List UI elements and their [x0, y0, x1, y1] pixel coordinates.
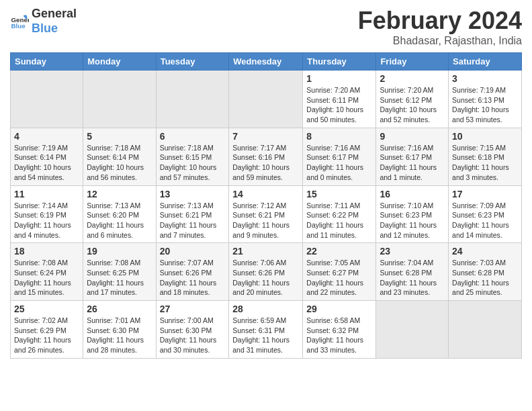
calendar-day-cell	[83, 71, 156, 128]
sunset-label: Sunset:	[87, 153, 111, 161]
daylight-label: Daylight:	[14, 163, 42, 171]
day-number: 15	[306, 189, 372, 199]
day-info: Sunrise: 6:58 AM Sunset: 6:32 PM Dayligh…	[306, 316, 372, 355]
sunset-label: Sunset:	[380, 269, 404, 277]
day-info: Sunrise: 7:15 AM Sunset: 6:18 PM Dayligh…	[452, 143, 518, 183]
day-number: 6	[160, 131, 226, 142]
sunrise-label: Sunrise:	[14, 144, 40, 152]
sunset-label: Sunset:	[160, 326, 184, 334]
day-info: Sunrise: 7:18 AM Sunset: 6:15 PM Dayligh…	[160, 143, 226, 183]
day-number: 17	[452, 189, 518, 199]
month-title: February 2024	[358, 7, 522, 35]
daylight-label: Daylight:	[452, 221, 480, 229]
daylight-label: Daylight:	[452, 105, 480, 113]
day-info: Sunrise: 7:20 AM Sunset: 6:11 PM Dayligh…	[306, 85, 372, 125]
weekday-header: Wednesday	[229, 53, 303, 71]
daylight-label: Daylight:	[232, 279, 260, 287]
calendar-day-cell: 3 Sunrise: 7:19 AM Sunset: 6:13 PM Dayli…	[449, 71, 522, 128]
sunrise-label: Sunrise:	[306, 86, 332, 94]
calendar-day-cell: 5 Sunrise: 7:18 AM Sunset: 6:14 PM Dayli…	[83, 128, 156, 185]
weekday-header: Saturday	[449, 53, 522, 71]
sunrise-label: Sunrise:	[160, 259, 186, 267]
svg-text:Blue: Blue	[11, 21, 26, 29]
calendar-day-cell: 27 Sunrise: 7:00 AM Sunset: 6:30 PM Dayl…	[156, 301, 229, 359]
day-number: 8	[306, 131, 372, 142]
daylight-label: Daylight:	[14, 336, 42, 344]
sunset-label: Sunset:	[87, 326, 111, 334]
sunrise-label: Sunrise:	[380, 144, 406, 152]
sunrise-label: Sunrise:	[232, 144, 259, 152]
day-number: 9	[380, 131, 445, 142]
day-info: Sunrise: 7:07 AM Sunset: 6:26 PM Dayligh…	[160, 258, 226, 298]
calendar-day-cell: 14 Sunrise: 7:12 AM Sunset: 6:21 PM Dayl…	[229, 185, 303, 243]
sunrise-label: Sunrise:	[306, 201, 332, 210]
calendar-day-cell: 6 Sunrise: 7:18 AM Sunset: 6:15 PM Dayli…	[156, 128, 229, 185]
day-info: Sunrise: 7:04 AM Sunset: 6:28 PM Dayligh…	[380, 258, 445, 298]
calendar-day-cell: 24 Sunrise: 7:03 AM Sunset: 6:28 PM Dayl…	[449, 243, 522, 301]
sunrise-label: Sunrise:	[380, 86, 406, 94]
weekday-header: Thursday	[303, 53, 376, 71]
sunset-label: Sunset:	[452, 269, 476, 277]
daylight-label: Daylight:	[380, 105, 407, 113]
daylight-label: Daylight:	[87, 279, 114, 287]
daylight-label: Daylight:	[306, 105, 334, 113]
day-number: 14	[232, 189, 299, 199]
calendar-day-cell: 1 Sunrise: 7:20 AM Sunset: 6:11 PM Dayli…	[303, 71, 376, 128]
sunrise-label: Sunrise:	[232, 259, 259, 267]
day-number: 16	[380, 189, 445, 199]
sunset-label: Sunset:	[14, 211, 38, 219]
sunrise-label: Sunrise:	[306, 316, 332, 324]
day-info: Sunrise: 7:20 AM Sunset: 6:12 PM Dayligh…	[380, 85, 445, 125]
day-number: 25	[14, 304, 79, 314]
logo-general: General	[32, 7, 77, 21]
day-info: Sunrise: 6:59 AM Sunset: 6:31 PM Dayligh…	[232, 316, 299, 355]
day-info: Sunrise: 7:17 AM Sunset: 6:16 PM Dayligh…	[232, 143, 299, 183]
sunrise-label: Sunrise:	[14, 259, 40, 267]
sunrise-label: Sunrise:	[452, 201, 478, 210]
day-number: 7	[232, 131, 299, 142]
sunset-label: Sunset:	[160, 269, 184, 277]
sunset-label: Sunset:	[14, 326, 38, 334]
sunrise-label: Sunrise:	[87, 201, 113, 210]
day-info: Sunrise: 7:11 AM Sunset: 6:22 PM Dayligh…	[306, 201, 372, 240]
day-info: Sunrise: 7:08 AM Sunset: 6:24 PM Dayligh…	[14, 258, 79, 298]
day-info: Sunrise: 7:19 AM Sunset: 6:13 PM Dayligh…	[452, 85, 518, 125]
sunset-label: Sunset:	[232, 153, 257, 161]
weekday-header: Sunday	[11, 53, 83, 71]
calendar-day-cell: 18 Sunrise: 7:08 AM Sunset: 6:24 PM Dayl…	[11, 243, 83, 301]
sunrise-label: Sunrise:	[14, 201, 40, 210]
daylight-label: Daylight:	[306, 221, 334, 229]
sunset-label: Sunset:	[452, 211, 476, 219]
day-info: Sunrise: 7:16 AM Sunset: 6:17 PM Dayligh…	[380, 143, 445, 183]
sunset-label: Sunset:	[306, 269, 330, 277]
sunrise-label: Sunrise:	[160, 201, 186, 210]
day-number: 1	[306, 73, 372, 84]
sunset-label: Sunset:	[232, 211, 257, 219]
sunrise-label: Sunrise:	[452, 259, 478, 267]
day-info: Sunrise: 7:10 AM Sunset: 6:23 PM Dayligh…	[380, 201, 445, 240]
sunset-label: Sunset:	[14, 269, 38, 277]
day-number: 13	[160, 189, 226, 199]
calendar-day-cell: 22 Sunrise: 7:05 AM Sunset: 6:27 PM Dayl…	[303, 243, 376, 301]
sunset-label: Sunset:	[306, 153, 330, 161]
daylight-label: Daylight:	[87, 336, 114, 344]
calendar-day-cell: 29 Sunrise: 6:58 AM Sunset: 6:32 PM Dayl…	[303, 301, 376, 359]
day-info: Sunrise: 7:14 AM Sunset: 6:19 PM Dayligh…	[14, 201, 79, 240]
day-info: Sunrise: 7:06 AM Sunset: 6:26 PM Dayligh…	[232, 258, 299, 298]
calendar-day-cell: 7 Sunrise: 7:17 AM Sunset: 6:16 PM Dayli…	[229, 128, 303, 185]
calendar-day-cell: 19 Sunrise: 7:08 AM Sunset: 6:25 PM Dayl…	[83, 243, 156, 301]
sunrise-label: Sunrise:	[306, 144, 332, 152]
calendar-day-cell: 2 Sunrise: 7:20 AM Sunset: 6:12 PM Dayli…	[376, 71, 449, 128]
sunset-label: Sunset:	[452, 96, 476, 104]
day-info: Sunrise: 7:01 AM Sunset: 6:30 PM Dayligh…	[87, 316, 152, 355]
daylight-label: Daylight:	[87, 221, 114, 229]
day-number: 27	[160, 304, 226, 314]
day-number: 3	[452, 73, 518, 84]
calendar-day-cell: 28 Sunrise: 6:59 AM Sunset: 6:31 PM Dayl…	[229, 301, 303, 359]
sunset-label: Sunset:	[160, 211, 184, 219]
calendar-day-cell: 26 Sunrise: 7:01 AM Sunset: 6:30 PM Dayl…	[83, 301, 156, 359]
day-number: 5	[87, 131, 152, 142]
daylight-label: Daylight:	[380, 279, 407, 287]
calendar-day-cell: 17 Sunrise: 7:09 AM Sunset: 6:23 PM Dayl…	[449, 185, 522, 243]
sunrise-label: Sunrise:	[232, 316, 259, 324]
